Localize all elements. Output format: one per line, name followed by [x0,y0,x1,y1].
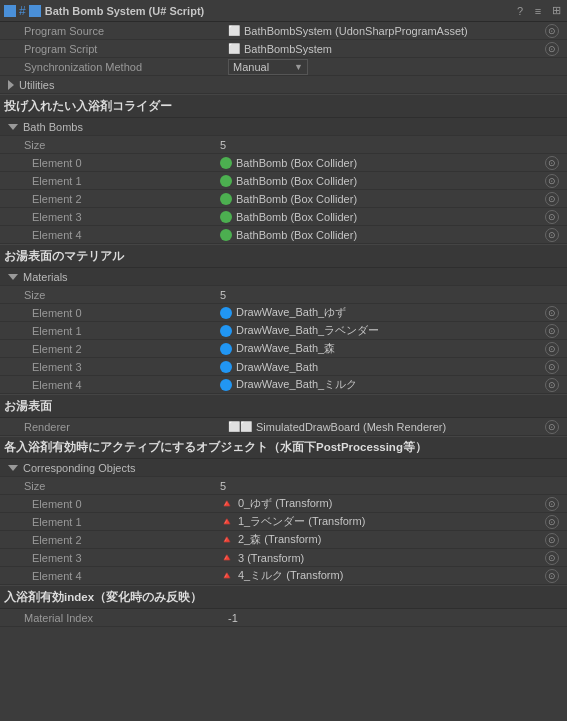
mat-element-4-label: Element 4 [32,379,220,391]
title-bar-actions: ? ≡ ⊞ [513,4,563,18]
mat-element-0-nav[interactable]: ⊙ [545,306,559,320]
dropdown-arrow-icon: ▼ [294,62,303,72]
program-script-row: Program Script ⬜ BathBombSystem ⊙ [0,40,567,58]
section5-label: 入浴剤有効index（変化時のみ反映） [4,590,202,605]
element-2-label: Element 2 [32,193,220,205]
section2-header: お湯表面のマテリアル [0,244,567,268]
material-index-value[interactable]: -1 [228,612,559,624]
corr-element-3-icon: 🔺 [220,551,234,564]
script-icon: # [19,4,26,18]
bath-bombs-element-0: Element 0 BathBomb (Box Collider) ⊙ [0,154,567,172]
sync-method-value[interactable]: Manual ▼ [228,59,559,75]
active-checkbox[interactable] [4,5,16,17]
program-source-label: Program Source [8,25,228,37]
corr-element-1-value: 🔺 1_ラベンダー (Transform) ⊙ [220,514,559,529]
mat-element-3-value: DrawWave_Bath ⊙ [220,360,559,374]
mat-element-4-nav[interactable]: ⊙ [545,378,559,392]
mat-element-1-nav[interactable]: ⊙ [545,324,559,338]
program-script-value: ⬜ BathBombSystem ⊙ [228,42,559,56]
corr-element-0-label: Element 0 [32,498,220,510]
corr-element-2-label: Element 2 [32,534,220,546]
renderer-nav[interactable]: ⊙ [545,420,559,434]
element-2-nav[interactable]: ⊙ [545,192,559,206]
bath-bombs-element-3: Element 3 BathBomb (Box Collider) ⊙ [0,208,567,226]
corr-element-2-nav[interactable]: ⊙ [545,533,559,547]
element-4-icon [220,229,232,241]
program-source-row: Program Source ⬜ BathBombSystem (UdonSha… [0,22,567,40]
enabled-checkbox[interactable] [29,5,41,17]
bath-bombs-element-4: Element 4 BathBomb (Box Collider) ⊙ [0,226,567,244]
materials-element-4: Element 4 DrawWave_Bath_ミルク ⊙ [0,376,567,394]
corr-element-3-value: 🔺 3 (Transform) ⊙ [220,551,559,565]
element-1-nav[interactable]: ⊙ [545,174,559,188]
settings-icon[interactable]: ≡ [531,4,545,18]
title-bar: # Bath Bomb System (U# Script) ? ≡ ⊞ [0,0,567,22]
section1-header: 投げ入れたい入浴剤コライダー [0,94,567,118]
bath-bombs-size-value[interactable]: 5 [220,139,226,151]
corresponding-size-value[interactable]: 5 [220,480,226,492]
materials-element-3: Element 3 DrawWave_Bath ⊙ [0,358,567,376]
bath-bombs-element-2: Element 2 BathBomb (Box Collider) ⊙ [0,190,567,208]
element-3-label: Element 3 [32,211,220,223]
materials-triangle-icon [8,274,18,280]
title-bar-icons: # [4,4,41,18]
mat-element-4-value: DrawWave_Bath_ミルク ⊙ [220,377,559,392]
sync-dropdown[interactable]: Manual ▼ [228,59,308,75]
expand-icon[interactable]: ⊞ [549,4,563,18]
mat-element-1-icon [220,325,232,337]
corr-element-1-nav[interactable]: ⊙ [545,515,559,529]
corr-element-0: Element 0 🔺 0_ゆず (Transform) ⊙ [0,495,567,513]
bath-bombs-foldout[interactable]: Bath Bombs [0,118,567,136]
element-0-nav[interactable]: ⊙ [545,156,559,170]
element-0-icon [220,157,232,169]
mat-element-3-nav[interactable]: ⊙ [545,360,559,374]
element-0-label: Element 0 [32,157,220,169]
bath-bombs-element-1: Element 1 BathBomb (Box Collider) ⊙ [0,172,567,190]
element-3-nav[interactable]: ⊙ [545,210,559,224]
materials-element-1: Element 1 DrawWave_Bath_ラベンダー ⊙ [0,322,567,340]
materials-size-label: Size [24,289,220,301]
corr-element-4: Element 4 🔺 4_ミルク (Transform) ⊙ [0,567,567,585]
mat-element-4-icon [220,379,232,391]
corr-element-4-icon: 🔺 [220,569,234,582]
materials-foldout[interactable]: Materials [0,268,567,286]
corr-element-0-nav[interactable]: ⊙ [545,497,559,511]
section4-header: 各入浴剤有効時にアクティブにするオブジェクト（水面下PostProcessing… [0,436,567,459]
element-4-nav[interactable]: ⊙ [545,228,559,242]
corresponding-size-row: Size 5 [0,477,567,495]
element-1-value: BathBomb (Box Collider) ⊙ [220,174,559,188]
program-script-icon: ⬜ [228,43,240,54]
corr-element-3-nav[interactable]: ⊙ [545,551,559,565]
element-2-value: BathBomb (Box Collider) ⊙ [220,192,559,206]
section3-label: お湯表面 [4,399,52,414]
help-icon[interactable]: ? [513,4,527,18]
utilities-row[interactable]: Utilities [0,76,567,94]
mat-element-2-label: Element 2 [32,343,220,355]
mat-element-1-value: DrawWave_Bath_ラベンダー ⊙ [220,323,559,338]
program-script-nav[interactable]: ⊙ [545,42,559,56]
corr-element-4-nav[interactable]: ⊙ [545,569,559,583]
corresponding-label: Corresponding Objects [23,462,136,474]
corr-element-4-value: 🔺 4_ミルク (Transform) ⊙ [220,568,559,583]
element-4-label: Element 4 [32,229,220,241]
corr-element-1-icon: 🔺 [220,515,234,528]
renderer-icon: ⬜⬜ [228,421,252,432]
materials-element-2: Element 2 DrawWave_Bath_森 ⊙ [0,340,567,358]
section3-header: お湯表面 [0,394,567,418]
mat-element-2-icon [220,343,232,355]
mat-element-1-label: Element 1 [32,325,220,337]
corr-element-3-label: Element 3 [32,552,220,564]
element-4-value: BathBomb (Box Collider) ⊙ [220,228,559,242]
mat-element-2-nav[interactable]: ⊙ [545,342,559,356]
mat-element-3-icon [220,361,232,373]
materials-size-row: Size 5 [0,286,567,304]
section4-label: 各入浴剤有効時にアクティブにするオブジェクト（水面下PostProcessing… [4,440,427,455]
corresponding-foldout[interactable]: Corresponding Objects [0,459,567,477]
materials-element-0: Element 0 DrawWave_Bath_ゆず ⊙ [0,304,567,322]
section2-label: お湯表面のマテリアル [4,249,124,264]
bath-bombs-triangle-icon [8,124,18,130]
renderer-row: Renderer ⬜⬜ SimulatedDrawBoard (Mesh Ren… [0,418,567,436]
program-source-nav[interactable]: ⊙ [545,24,559,38]
materials-size-value[interactable]: 5 [220,289,226,301]
bath-bombs-size-label: Size [24,139,220,151]
